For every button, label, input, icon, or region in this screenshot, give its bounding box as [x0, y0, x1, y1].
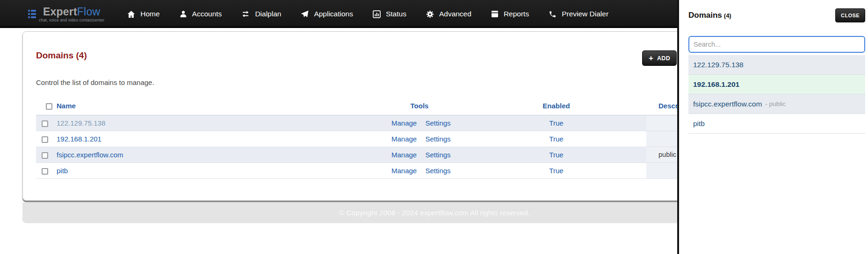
plus-icon: +	[649, 54, 653, 62]
domains-overlay-panel: Domains(4) CLOSE 122.129.75.138 192.168.…	[677, 0, 868, 254]
brand-name: ExpertFlow	[43, 6, 100, 17]
select-all-checkbox[interactable]	[46, 103, 52, 110]
tool-link-manage[interactable]: Manage	[391, 167, 417, 175]
brand-dots-icon	[28, 10, 36, 18]
tool-link-manage[interactable]: Manage	[391, 119, 417, 127]
nav-item-home[interactable]: Home	[117, 0, 169, 28]
row-checkbox[interactable]	[42, 168, 48, 175]
nav-item-label: Reports	[504, 10, 529, 18]
domain-search-input[interactable]	[688, 36, 865, 53]
column-header-enabled[interactable]: Enabled	[466, 97, 646, 115]
tool-link-settings[interactable]: Settings	[425, 135, 450, 143]
nav-item-label: Home	[140, 10, 159, 18]
phone-icon	[549, 10, 557, 18]
panel-title: Domains(4)	[688, 11, 731, 20]
add-button[interactable]: + ADD	[642, 50, 677, 66]
nav-item-dialplan[interactable]: Dialplan	[231, 0, 291, 28]
nav-item-label: Advanced	[439, 10, 471, 18]
paper-plane-icon	[301, 10, 309, 18]
brand-tagline: chat, voice and video contactcenter	[39, 18, 104, 22]
domain-name-link[interactable]: 192.168.1.201	[57, 135, 101, 143]
panel-domain-item[interactable]: 192.168.1.201	[688, 75, 865, 94]
tool-link-manage[interactable]: Manage	[391, 151, 417, 159]
bar-chart-icon	[373, 10, 381, 18]
nav-item-status[interactable]: Status	[363, 0, 416, 28]
tool-link-settings[interactable]: Settings	[425, 151, 450, 159]
tool-link-settings[interactable]: Settings	[425, 119, 450, 127]
swap-arrows-icon	[241, 10, 250, 18]
panel-domain-item[interactable]: pitb	[688, 114, 865, 134]
nav-item-preview-dialer[interactable]: Preview Dialer	[539, 0, 618, 28]
tool-link-manage[interactable]: Manage	[391, 135, 417, 143]
enabled-link[interactable]: True	[549, 135, 563, 143]
row-checkbox[interactable]	[42, 120, 48, 127]
nav-item-label: Preview Dialer	[562, 10, 608, 18]
domain-name-link[interactable]: 122.129.75.138	[57, 119, 105, 127]
panel-domain-item[interactable]: 122.129.75.138	[688, 55, 865, 75]
brand-logo[interactable]: ExpertFlow chat, voice and video contact…	[28, 6, 104, 22]
domain-name-link[interactable]: fsipcc.expertflow.com	[57, 151, 123, 159]
nav-item-advanced[interactable]: Advanced	[416, 0, 481, 28]
panel-item-label: 192.168.1.201	[693, 80, 739, 89]
close-button[interactable]: CLOSE	[835, 8, 865, 22]
panel-domain-item[interactable]: fsipcc.expertflow.com - public	[688, 94, 865, 114]
panel-domain-list: 122.129.75.138 192.168.1.201 fsipcc.expe…	[688, 55, 865, 134]
column-header-name[interactable]: Name	[57, 97, 373, 115]
home-icon	[127, 10, 135, 18]
nav-menu: Home Accounts Dialplan Applications Stat…	[117, 0, 618, 28]
nav-item-applications[interactable]: Applications	[291, 0, 363, 28]
domain-name-link[interactable]: pitb	[57, 167, 68, 175]
nav-item-label: Dialplan	[255, 10, 281, 18]
enabled-link[interactable]: True	[549, 119, 563, 127]
copyright-text: © Copyright 2008 - 2024 expertflow.com A…	[339, 209, 530, 217]
panel-item-suffix: - public	[765, 100, 786, 107]
panel-item-label: fsipcc.expertflow.com	[693, 100, 762, 108]
column-header-tools[interactable]: Tools	[373, 97, 466, 115]
gear-icon	[426, 10, 434, 18]
nav-item-label: Accounts	[192, 10, 222, 18]
nav-item-label: Status	[386, 10, 406, 18]
panel-item-label: pitb	[693, 120, 705, 128]
enabled-link[interactable]: True	[549, 151, 563, 159]
row-checkbox[interactable]	[42, 136, 48, 143]
journal-icon	[491, 10, 499, 18]
person-icon	[180, 10, 187, 18]
enabled-link[interactable]: True	[549, 167, 563, 175]
panel-item-label: 122.129.75.138	[693, 61, 744, 69]
row-checkbox[interactable]	[42, 152, 48, 159]
tool-link-settings[interactable]: Settings	[425, 167, 450, 175]
nav-item-reports[interactable]: Reports	[481, 0, 539, 28]
panel-count: (4)	[724, 12, 731, 19]
panel-header: Domains(4) CLOSE	[688, 7, 865, 23]
nav-item-accounts[interactable]: Accounts	[170, 0, 232, 28]
nav-item-label: Applications	[314, 10, 353, 18]
